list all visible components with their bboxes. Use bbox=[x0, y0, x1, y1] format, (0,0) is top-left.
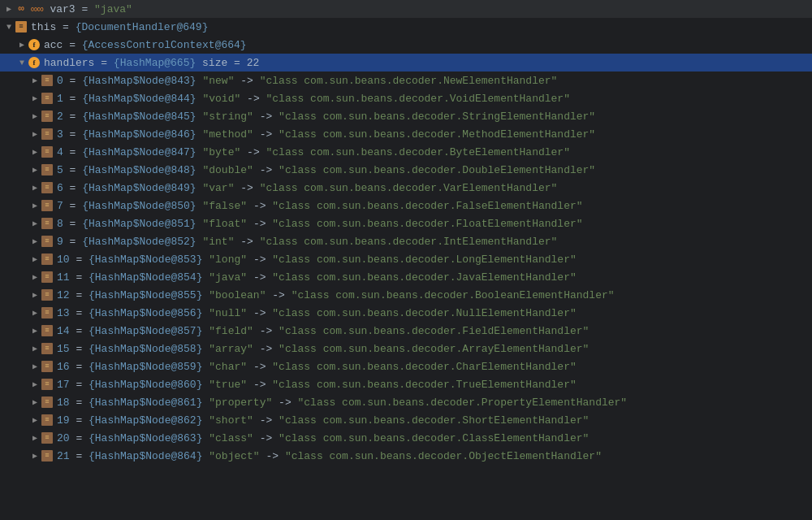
tree-row[interactable]: 5 = {HashMap$Node@848} "double" -> "clas… bbox=[0, 161, 812, 179]
entry-icon bbox=[41, 236, 53, 247]
kw-name-text: handlers bbox=[44, 57, 94, 69]
tree-row[interactable]: acc = {AccessControlContext@664} bbox=[0, 36, 812, 54]
tree-row[interactable]: 18 = {HashMap$Node@861} "property" -> "c… bbox=[0, 393, 812, 411]
kw-ref-text: {HashMap$Node@847} bbox=[82, 146, 196, 158]
object-icon bbox=[15, 21, 27, 32]
variables-panel[interactable]: ∞∞∞ var3 = "java"this = {DocumentHandler… bbox=[0, 0, 812, 520]
expand-arrow[interactable] bbox=[29, 110, 41, 122]
kw-eq-text: = bbox=[63, 75, 82, 87]
expand-arrow[interactable] bbox=[29, 361, 41, 372]
expand-arrow[interactable] bbox=[29, 379, 41, 390]
tree-row[interactable]: 4 = {HashMap$Node@847} "byte" -> "class … bbox=[0, 143, 812, 161]
tree-row[interactable]: 3 = {HashMap$Node@846} "method" -> "clas… bbox=[0, 125, 812, 143]
kw-arrow-text: -> bbox=[253, 432, 279, 444]
tree-row[interactable]: 2 = {HashMap$Node@845} "string" -> "clas… bbox=[0, 107, 812, 125]
var-icon: ∞ bbox=[18, 3, 24, 15]
kw-key-text: "null" bbox=[209, 307, 247, 319]
tree-row[interactable]: 19 = {HashMap$Node@862} "short" -> "clas… bbox=[0, 411, 812, 429]
kw-key-text: "int" bbox=[202, 236, 234, 248]
tree-row[interactable]: handlers = {HashMap@665} size = 22 bbox=[0, 54, 812, 72]
kw-num-text: 14 bbox=[57, 325, 70, 337]
expand-arrow[interactable] bbox=[29, 128, 41, 140]
expand-arrow[interactable] bbox=[29, 164, 41, 176]
kw-var-text: ∞∞ bbox=[31, 3, 50, 15]
kw-eq-text: = bbox=[63, 200, 82, 212]
tree-row[interactable]: 7 = {HashMap$Node@850} "false" -> "class… bbox=[0, 197, 812, 214]
kw-key-text: "java" bbox=[209, 271, 247, 284]
tree-row[interactable]: 8 = {HashMap$Node@851} "float" -> "class… bbox=[0, 214, 812, 232]
row-text: 10 = {HashMap$Node@853} "long" -> "class… bbox=[57, 254, 812, 266]
kw-key-text: "void" bbox=[202, 93, 240, 105]
row-text: 13 = {HashMap$Node@856} "null" -> "class… bbox=[57, 307, 812, 319]
tree-row[interactable]: ∞∞∞ var3 = "java" bbox=[0, 0, 812, 18]
kw-val-text: "class com.sun.beans.decoder.ObjectEleme… bbox=[285, 450, 602, 462]
tree-row[interactable]: 11 = {HashMap$Node@854} "java" -> "class… bbox=[0, 268, 812, 286]
tree-row[interactable]: 21 = {HashMap$Node@864} "object" -> "cla… bbox=[0, 447, 812, 465]
kw-ref-text: {HashMap$Node@844} bbox=[82, 93, 196, 105]
tree-row[interactable]: 14 = {HashMap$Node@857} "field" -> "clas… bbox=[0, 322, 812, 340]
tree-row[interactable]: 17 = {HashMap$Node@860} "true" -> "class… bbox=[0, 375, 812, 393]
tree-row[interactable]: 15 = {HashMap$Node@858} "array" -> "clas… bbox=[0, 340, 812, 358]
expand-arrow[interactable] bbox=[29, 343, 41, 354]
kw-key-text: "class" bbox=[209, 432, 253, 444]
tree-row[interactable]: this = {DocumentHandler@649} bbox=[0, 18, 812, 36]
tree-row[interactable]: 9 = {HashMap$Node@852} "int" -> "class c… bbox=[0, 232, 812, 250]
expand-arrow[interactable] bbox=[29, 450, 41, 462]
tree-row[interactable]: 13 = {HashMap$Node@856} "null" -> "class… bbox=[0, 304, 812, 322]
expand-arrow[interactable] bbox=[29, 93, 41, 104]
entry-icon bbox=[41, 254, 53, 265]
expand-arrow[interactable] bbox=[29, 182, 41, 193]
entry-icon bbox=[41, 450, 53, 462]
row-text: handlers = {HashMap@665} size = 22 bbox=[44, 57, 812, 69]
entry-icon bbox=[41, 414, 53, 426]
expand-arrow[interactable] bbox=[29, 396, 41, 408]
expand-arrow[interactable] bbox=[29, 307, 41, 318]
expand-arrow[interactable] bbox=[16, 57, 28, 68]
kw-num-text: 8 bbox=[57, 218, 63, 230]
kw-eq-text: = bbox=[70, 450, 89, 462]
tree-row[interactable]: 6 = {HashMap$Node@849} "var" -> "class c… bbox=[0, 179, 812, 197]
kw-num-text: 21 bbox=[57, 450, 70, 462]
expand-arrow[interactable] bbox=[29, 289, 41, 301]
expand-arrow[interactable] bbox=[29, 254, 41, 265]
expand-arrow[interactable] bbox=[16, 39, 28, 50]
row-text: 16 = {HashMap$Node@859} "char" -> "class… bbox=[57, 361, 812, 373]
tree-row[interactable]: 12 = {HashMap$Node@855} "boolean" -> "cl… bbox=[0, 286, 812, 304]
kw-eq-text: = bbox=[76, 3, 94, 15]
kw-ref-text: {HashMap$Node@846} bbox=[82, 128, 196, 141]
row-text: 9 = {HashMap$Node@852} "int" -> "class c… bbox=[57, 236, 812, 248]
expand-arrow[interactable] bbox=[29, 325, 41, 336]
kw-val-text: "class com.sun.beans.decoder.StringEleme… bbox=[279, 110, 595, 123]
kw-eq-text: = bbox=[63, 218, 82, 230]
tree-row[interactable]: 20 = {HashMap$Node@863} "class" -> "clas… bbox=[0, 429, 812, 447]
kw-arrow-text: -> bbox=[247, 379, 272, 391]
kw-eq-text: = bbox=[70, 414, 89, 427]
expand-arrow[interactable] bbox=[3, 21, 15, 32]
expand-arrow[interactable] bbox=[29, 432, 41, 444]
kw-ref-text: {HashMap$Node@863} bbox=[89, 432, 202, 444]
tree-row[interactable]: 16 = {HashMap$Node@859} "char" -> "class… bbox=[0, 358, 812, 375]
kw-ref-text: {HashMap$Node@855} bbox=[89, 289, 202, 301]
kw-ref-text: {HashMap$Node@860} bbox=[89, 379, 202, 391]
kw-val-text: "class com.sun.beans.decoder.MethodEleme… bbox=[279, 128, 595, 141]
kw-key-text: "property" bbox=[209, 396, 272, 409]
kw-eq-text: = bbox=[63, 93, 82, 105]
expand-arrow[interactable] bbox=[3, 3, 15, 15]
kw-arrow-text: -> bbox=[240, 93, 266, 105]
expand-arrow[interactable] bbox=[29, 200, 41, 211]
tree-row[interactable]: 1 = {HashMap$Node@844} "void" -> "class … bbox=[0, 89, 812, 107]
tree-row[interactable]: 0 = {HashMap$Node@843} "new" -> "class c… bbox=[0, 72, 812, 89]
expand-arrow[interactable] bbox=[29, 414, 41, 426]
expand-arrow[interactable] bbox=[29, 146, 41, 158]
expand-arrow[interactable] bbox=[29, 271, 41, 283]
kw-arrow-text: -> bbox=[266, 289, 291, 301]
expand-arrow[interactable] bbox=[29, 75, 41, 86]
entry-icon bbox=[41, 271, 53, 283]
field-icon bbox=[28, 57, 40, 68]
kw-ref-text: {HashMap$Node@845} bbox=[82, 110, 196, 123]
expand-arrow[interactable] bbox=[29, 218, 41, 229]
kw-val-text: "class com.sun.beans.decoder.PropertyEle… bbox=[298, 396, 628, 409]
expand-arrow[interactable] bbox=[29, 236, 41, 247]
tree-row[interactable]: 10 = {HashMap$Node@853} "long" -> "class… bbox=[0, 250, 812, 268]
kw-eq-text: = bbox=[94, 57, 113, 69]
